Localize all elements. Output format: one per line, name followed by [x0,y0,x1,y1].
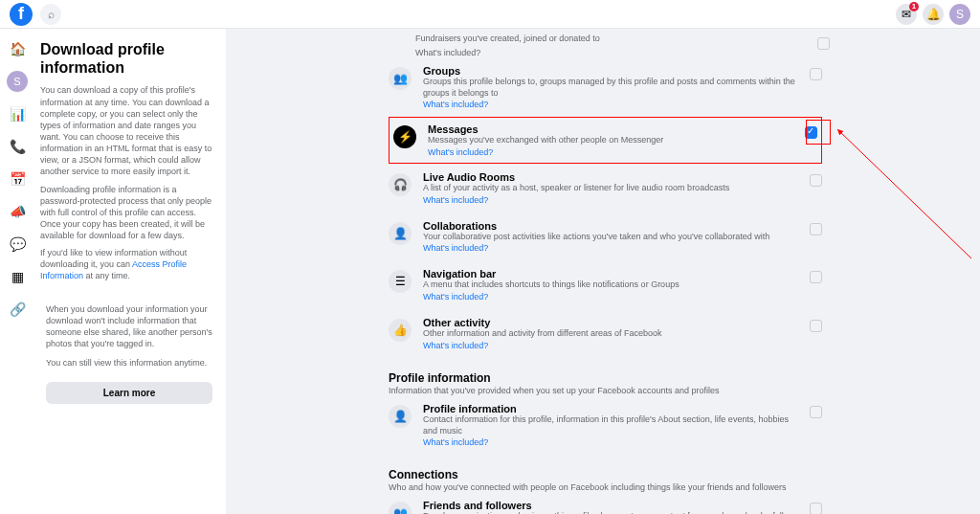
whats-included-link[interactable]: What's included? [428,147,793,157]
link-icon: 🔗 [10,302,26,317]
item-desc: A list of your activity as a host, speak… [423,183,798,194]
item-title: Collaborations [423,220,798,232]
intro-p1: You can download a copy of this profile'… [40,84,218,177]
calendar-icon: 📅 [10,171,26,187]
item-title: Messages [428,123,793,135]
bars-icon: 📊 [10,106,26,122]
facebook-logo[interactable]: f [10,3,33,26]
nav-calls[interactable]: 📞 [7,136,28,157]
section-desc: Information that you've provided when yo… [389,386,822,395]
item-other-checkbox[interactable] [810,320,822,332]
nav-home[interactable]: 🏠 [7,38,28,59]
nav-profile[interactable]: S [7,71,28,92]
menu-icon: ☰ [389,270,412,293]
intro-p2: Downloading profile information is a pas… [40,184,218,242]
groups-icon: 👥 [389,67,412,90]
section-title: Connections [389,468,822,481]
item-title: Other activity [423,317,798,328]
nav-megaphone[interactable]: 📣 [7,201,28,222]
item-liveaudio-checkbox[interactable] [810,174,822,187]
item-liveaudio: 🎧 Live Audio Rooms A list of your activi… [389,164,822,212]
item-desc: A menu that includes shortcuts to things… [423,279,798,291]
notification-badge: 1 [909,2,919,11]
item-title: Friends and followers [423,500,798,511]
grid-icon: ▦ [11,269,24,284]
bell-icon: 🔔 [926,8,941,21]
page-title: Download profile information [40,40,218,77]
section-desc: Who and how you've connected with people… [389,482,822,492]
section-title: Profile information [389,371,822,385]
item-fundraisers-whats-included[interactable]: What's included? [415,48,822,57]
item-desc: Contact information for this profile, in… [423,414,798,436]
infobox-p1: When you download your information your … [46,303,212,350]
item-fundraisers-desc: Fundraisers you've created, joined or do… [415,34,822,43]
home-icon: 🏠 [10,41,26,56]
learn-more-button[interactable]: Learn more [46,382,212,404]
item-groups: 👥 Groups Groups this profile belongs to,… [389,57,822,117]
nav-insights[interactable]: 📊 [7,103,28,124]
whats-included-link[interactable]: What's included? [423,292,798,302]
item-collaborations: 👤 Collaborations Your collaborative post… [389,212,822,261]
notifications-button[interactable]: 🔔 [923,4,944,25]
section-profile-info: Profile information Information that you… [389,371,822,395]
nav-link[interactable]: 🔗 [7,299,28,320]
account-avatar[interactable]: S [949,4,970,25]
section-connections: Connections Who and how you've connected… [389,468,822,492]
item-desc: Groups this profile belongs to, groups m… [423,77,798,99]
megaphone-icon: 📣 [10,204,26,219]
whats-included-link[interactable]: What's included? [423,195,798,205]
item-profileinfo-checkbox[interactable] [810,406,822,418]
item-title: Live Audio Rooms [423,171,798,183]
profile-icon: 👤 [389,405,412,428]
item-navigation: ☰ Navigation bar A menu that includes sh… [389,260,822,309]
item-desc: Your collaborative post activities like … [423,232,798,243]
whats-included-link[interactable]: What's included? [423,437,798,447]
item-profile-info: 👤 Profile information Contact informatio… [389,395,822,455]
chat-icon: 💬 [10,236,26,252]
item-title: Navigation bar [423,268,798,279]
item-friends-checkbox[interactable] [810,503,822,514]
search-button[interactable]: ⌕ [40,4,61,25]
item-desc: Messages you've exchanged with other peo… [428,135,793,146]
phone-icon: 📞 [10,139,26,154]
headphones-icon: 🎧 [389,173,412,196]
item-collab-checkbox[interactable] [810,223,822,235]
whats-included-link[interactable]: What's included? [423,341,798,350]
whats-included-link[interactable]: What's included? [423,100,798,109]
item-fundraisers-checkbox[interactable] [817,37,830,50]
item-other-activity: 👍 Other activity Other information and a… [389,309,822,358]
infobox-p2: You can still view this information anyt… [46,357,212,369]
messenger-button[interactable]: ✉ 1 [896,4,917,25]
nav-grid[interactable]: ▦ [7,266,28,287]
item-messages: ⚡ Messages Messages you've exchanged wit… [389,117,822,164]
nav-calendar[interactable]: 📅 [7,168,28,190]
friends-icon: 👥 [389,502,412,514]
item-desc: Other information and activity from diff… [423,328,798,340]
people-icon: 👤 [389,222,412,245]
intro-p3: If you'd like to view information withou… [40,247,218,281]
item-navbar-checkbox[interactable] [810,271,822,283]
search-icon: ⌕ [48,8,55,21]
highlight-annotation [806,120,831,145]
nav-messenger[interactable]: 💬 [7,234,28,255]
item-title: Groups [423,65,798,77]
whats-included-link[interactable]: What's included? [423,243,798,253]
item-friends: 👥 Friends and followers People, organiza… [389,492,822,514]
thumb-icon: 👍 [389,319,412,342]
messenger-icon: ⚡ [393,125,416,148]
item-title: Profile information [423,403,798,414]
item-groups-checkbox[interactable] [810,68,822,80]
